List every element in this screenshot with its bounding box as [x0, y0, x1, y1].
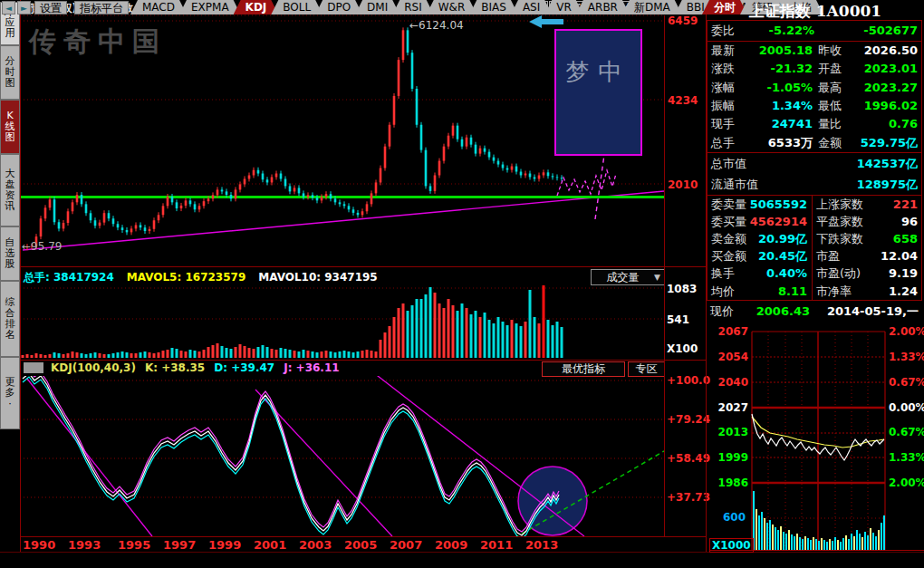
quote-row: 买金额20.45亿市盈12.04 [707, 247, 921, 265]
zone-button[interactable]: 专区 [628, 361, 665, 377]
next-page-button[interactable]: ► [17, 1, 31, 14]
current-price-value: 2006.43 [746, 302, 810, 322]
sidebar-item-time-chart[interactable]: 分时图 [0, 45, 20, 100]
indicator-platform-button[interactable]: 指标平台 [74, 1, 129, 14]
mini-left-axis-label: 2027 [712, 401, 748, 414]
annotation-text: 梦中 [566, 58, 631, 85]
trading-app-window: ▶▏应用分时图K线图大盘资讯自选股综合排名更多· 周线(复权)上证指数 删均窗区… [0, 0, 924, 568]
kdj-params-label: KDJ(100,40,3) [51, 361, 136, 374]
field-value: 1996.02 [851, 97, 918, 115]
field-value: -1.05% [747, 79, 813, 97]
year-label: 1993 [68, 538, 101, 552]
kdj-header: KDJ(100,40,3) K: +38.35 D: +39.47 J: +36… [24, 361, 349, 374]
field-label: 上涨家数 [816, 196, 863, 213]
field-value: 24741 [747, 115, 813, 133]
quote-row: 均价8.11市净率1.24 [707, 283, 921, 300]
field-value: -502677 [843, 21, 918, 41]
year-label: 1999 [208, 538, 241, 552]
field-value: 4562914 [746, 213, 807, 230]
field-label: 最低 [818, 97, 842, 115]
sidebar-item-char: · [8, 399, 12, 409]
kdj-scale-label: +79.24 [667, 413, 710, 426]
mini-left-axis-label: 1986 [712, 477, 748, 489]
mini-volume-axis-label: 600 [723, 511, 746, 524]
tab-boll[interactable]: BOLL [271, 0, 322, 14]
best-indicator-button[interactable]: 最优指标 [542, 361, 625, 377]
pane-drag-handle[interactable] [24, 362, 43, 373]
volume-scale-label: 1083 [667, 283, 697, 295]
year-label: 2007 [390, 538, 422, 552]
prev-page-button[interactable]: ◄ [2, 1, 15, 14]
quote-row: 流通市值128975亿 [707, 174, 921, 195]
field-value: 5065592 [746, 196, 807, 213]
field-value: 142537亿 [816, 153, 918, 174]
field-value: 2005.18 [747, 42, 813, 60]
sidebar-item-char: 用 [5, 28, 15, 39]
kdj-j-value: J: +36.11 [284, 361, 339, 374]
year-label: 1990 [23, 538, 55, 552]
field-label: 换手 [711, 265, 735, 282]
kdj-scale-label: +37.73 [667, 491, 710, 504]
quote-row: 总手6533万金额529.75亿 [707, 134, 921, 152]
field-label: 昨收 [818, 42, 842, 60]
field-label: 最高 [818, 79, 842, 97]
field-value: 2023.27 [851, 79, 918, 97]
tab-expma[interactable]: EXPMA [179, 0, 241, 14]
mini-right-axis-label: 2.00% [889, 477, 924, 489]
field-value: 1.34% [747, 97, 813, 115]
mini-right-axis-label: 0.67% [889, 426, 924, 438]
sidebar-item-more[interactable]: 更多· [0, 357, 20, 429]
tab-kdj[interactable]: KDJ [234, 0, 279, 14]
field-label: 涨幅 [711, 79, 735, 97]
quote-row: 委比-5.22%-502677 [707, 21, 921, 41]
sidebar-item-kline-chart[interactable]: K线图 [0, 100, 20, 154]
current-price-row: 现价2006.432014-05-19,一 [707, 302, 922, 322]
tab-新dma[interactable]: 新DMA [622, 0, 682, 14]
settings-button[interactable]: 设置 [34, 1, 67, 14]
field-value: 20.99亿 [746, 230, 807, 247]
quote-row: 现手24741量比0.76 [707, 115, 921, 133]
sidebar-item-market-news[interactable]: 大盘资讯 [0, 154, 20, 226]
field-value: 6533万 [747, 134, 813, 152]
total-volume-stat: 总手: 38417924 [24, 271, 114, 284]
quote-panel-title: 上证指数 1A0001 [707, 1, 924, 22]
field-label: 现手 [711, 115, 735, 133]
quote-row: 涨幅-1.05%最高2023.27 [707, 79, 921, 97]
field-value: 9.19 [869, 265, 918, 282]
low-price-label: ←95.79 [22, 240, 62, 253]
field-value: 2023.01 [851, 60, 918, 78]
quote-row: 委卖量5065592上涨家数221 [707, 196, 921, 213]
field-label: 市盈(动) [816, 265, 861, 282]
sidebar-item-watchlist[interactable]: 自选股 [0, 226, 20, 281]
divider [20, 266, 706, 267]
tab-arbr[interactable]: ARBR [576, 0, 630, 14]
tab-macd[interactable]: MACD [130, 0, 187, 14]
indicator-tabs: MACDEXPMAKDJBOLLDPODMIRSIW&RBIASASIVRARB… [138, 0, 797, 14]
kdj-chart [20, 376, 664, 537]
field-label: 金额 [818, 134, 842, 152]
mini-left-axis-label: 2067 [712, 325, 748, 338]
field-value: 128975亿 [816, 174, 918, 195]
tab-rsi[interactable]: RSI [392, 0, 434, 14]
tab-bias[interactable]: BIAS [469, 0, 518, 14]
sidebar-item-char: 图 [5, 132, 15, 143]
indicator-dropdown[interactable]: ▼ 成交量 [591, 269, 665, 285]
field-label: 平盘家数 [816, 213, 863, 230]
mini-right-axis-label: 1.33% [889, 451, 924, 464]
mini-left-axis-label: 2040 [712, 376, 748, 389]
field-label: 开盘 [818, 60, 842, 78]
divider [20, 536, 706, 537]
tab-w&r[interactable]: W&R [427, 0, 477, 14]
year-label: 2013 [525, 538, 558, 552]
tab-dmi[interactable]: DMI [355, 0, 399, 14]
volume-chart [20, 284, 664, 360]
main-scale-label: 6459 [668, 14, 698, 27]
tab-asi[interactable]: ASI [511, 0, 552, 14]
field-value: 529.75亿 [851, 134, 918, 152]
tab-dpo[interactable]: DPO [315, 0, 362, 14]
date-label: 2014-05-19,一 [824, 302, 919, 322]
volume-scale-label: 541 [667, 313, 689, 326]
mini-right-axis-label: 1.33% [889, 351, 924, 363]
sidebar-item-char: 股 [5, 259, 15, 270]
sidebar-item-ranking[interactable]: 综合排名 [0, 281, 20, 357]
